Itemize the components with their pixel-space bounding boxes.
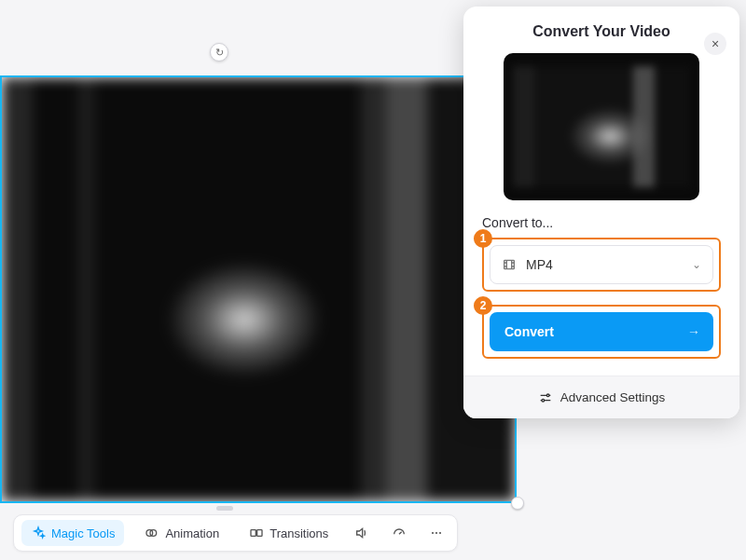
transitions-button[interactable]: Transitions <box>240 520 338 546</box>
step-badge-2: 2 <box>474 296 492 315</box>
video-thumbnail <box>504 53 699 200</box>
svg-point-1 <box>150 530 157 537</box>
svg-rect-3 <box>257 530 262 537</box>
convert-button-label: Convert <box>504 324 554 339</box>
format-select[interactable]: MP4 ⌄ <box>490 245 713 284</box>
rotate-handle[interactable]: ↻ <box>210 43 228 61</box>
more-icon <box>429 526 444 540</box>
animation-button[interactable]: Animation <box>135 520 228 546</box>
step-badge-1: 1 <box>474 229 492 248</box>
chevron-down-icon: ⌄ <box>692 258 701 271</box>
rotate-icon: ↻ <box>215 47 224 59</box>
svg-point-9 <box>542 399 545 402</box>
svg-point-6 <box>439 532 441 534</box>
advanced-settings-label: Advanced Settings <box>560 390 666 404</box>
convert-button-highlight: 2 Convert → <box>482 305 721 359</box>
more-button[interactable] <box>423 520 449 546</box>
magic-tools-button[interactable]: Magic Tools <box>21 520 124 546</box>
drag-handle[interactable] <box>216 506 233 511</box>
video-canvas[interactable] <box>0 75 517 503</box>
speed-button[interactable] <box>386 520 412 546</box>
arrow-right-icon: → <box>687 324 700 339</box>
animation-icon <box>145 526 159 540</box>
volume-icon <box>354 526 369 540</box>
transitions-label: Transitions <box>269 526 328 540</box>
svg-rect-7 <box>504 260 515 268</box>
advanced-settings-button[interactable]: Advanced Settings <box>463 376 739 418</box>
svg-point-8 <box>546 394 549 397</box>
video-thumbnail-image <box>513 66 690 187</box>
sliders-icon <box>538 390 553 405</box>
video-preview-image <box>2 77 515 501</box>
close-icon: × <box>711 36 719 51</box>
resize-handle-bottom-right[interactable] <box>511 497 524 510</box>
svg-point-4 <box>432 532 434 534</box>
format-selected-value: MP4 <box>526 257 553 272</box>
svg-point-5 <box>435 532 437 534</box>
panel-title: Convert Your Video <box>482 23 721 40</box>
transitions-icon <box>249 526 264 540</box>
svg-rect-2 <box>251 530 256 537</box>
magic-tools-label: Magic Tools <box>51 526 115 540</box>
animation-label: Animation <box>165 526 219 540</box>
sparkle-icon <box>31 526 46 540</box>
convert-video-panel: Convert Your Video × Convert to... 1 MP4… <box>463 7 739 418</box>
convert-to-label: Convert to... <box>482 215 721 230</box>
convert-button[interactable]: Convert → <box>490 312 713 351</box>
editor-toolbar: Magic Tools Animation Transitions <box>13 514 458 552</box>
filmstrip-icon <box>502 257 517 272</box>
volume-button[interactable] <box>349 520 375 546</box>
close-button[interactable]: × <box>704 33 726 55</box>
format-select-highlight: 1 MP4 ⌄ <box>482 238 721 292</box>
speed-icon <box>392 526 407 540</box>
